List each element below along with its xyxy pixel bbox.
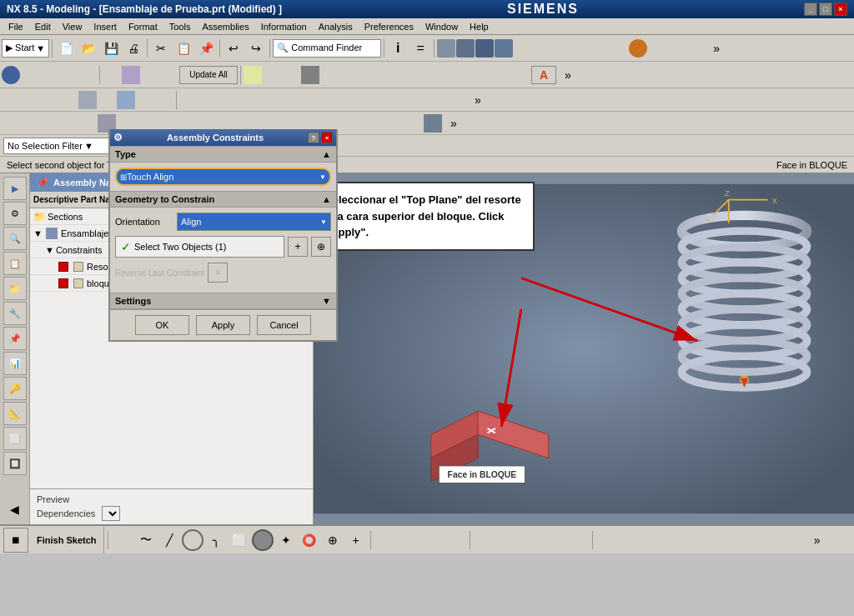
btm-btn-13[interactable]: [398, 529, 419, 551]
btm-btn-8[interactable]: ✦: [275, 529, 297, 551]
t2-btn-11[interactable]: [263, 66, 281, 84]
t2-btn-18[interactable]: [397, 66, 415, 84]
btm-btn-11[interactable]: +: [345, 529, 367, 551]
t3-btn-23[interactable]: [429, 91, 447, 109]
btm-btn-17[interactable]: [497, 529, 519, 551]
open-btn[interactable]: 📂: [78, 38, 99, 59]
finish-sketch-label[interactable]: Finish Sketch: [30, 526, 104, 553]
t2-btn-1[interactable]: [2, 66, 20, 84]
t3-btn-2[interactable]: [21, 91, 39, 109]
tb-btn-11[interactable]: [629, 39, 647, 58]
t2-btn-22[interactable]: [474, 66, 492, 84]
btm-btn-22[interactable]: [620, 529, 641, 551]
tb-btn-14[interactable]: [686, 39, 705, 58]
menu-format[interactable]: Format: [123, 20, 163, 33]
cut-btn[interactable]: ✂: [150, 38, 172, 59]
t2-btn-2[interactable]: [21, 66, 39, 84]
start-dropdown[interactable]: ▶ Start ▼: [2, 39, 49, 58]
cancel-button[interactable]: Cancel: [257, 315, 311, 335]
tb-btn-12[interactable]: [648, 39, 666, 58]
t3-btn-22[interactable]: [409, 91, 428, 109]
t3-btn-20[interactable]: [371, 91, 389, 109]
btm-btn-26[interactable]: [713, 529, 735, 551]
t2-btn-24[interactable]: [512, 66, 530, 84]
sel-btn-8[interactable]: [378, 138, 396, 154]
sidebar-btn-5[interactable]: 📁: [3, 277, 27, 300]
sidebar-scroll[interactable]: ◀: [3, 498, 27, 521]
tb-btn-4[interactable]: [495, 39, 513, 58]
menu-assemblies[interactable]: Assemblies: [197, 20, 254, 33]
btm-btn-9[interactable]: ⭕: [299, 529, 320, 551]
sel-btn-11[interactable]: [443, 138, 461, 154]
maximize-button[interactable]: □: [819, 3, 832, 16]
btm-btn-5[interactable]: ╮: [205, 529, 227, 551]
t3-btn-8[interactable]: [136, 91, 154, 109]
t4-btn-20[interactable]: [366, 114, 384, 133]
btm-btn-16[interactable]: [474, 529, 495, 551]
t4-btn-2[interactable]: [21, 114, 39, 133]
btm-btn-24[interactable]: [666, 529, 688, 551]
t2-btn-16[interactable]: [359, 66, 377, 84]
t2-btn-20[interactable]: [435, 66, 454, 84]
t4-btn-4[interactable]: [59, 114, 78, 133]
t3-btn-12[interactable]: [218, 91, 236, 109]
t3-btn-11[interactable]: [198, 91, 217, 109]
sel-btn-7[interactable]: [356, 138, 374, 154]
info-btn[interactable]: i: [387, 38, 409, 59]
reverse-btn[interactable]: ×: [208, 263, 228, 283]
tb-btn-7[interactable]: [552, 39, 570, 58]
close-button[interactable]: ×: [834, 3, 847, 16]
t3-btn-14[interactable]: [256, 91, 274, 109]
sel-btn-13[interactable]: [486, 138, 505, 154]
sidebar-btn-3[interactable]: 🔍: [3, 227, 27, 250]
print-btn[interactable]: 🖨: [123, 38, 144, 59]
btm-btn-20[interactable]: [567, 529, 589, 551]
preview-link[interactable]: Preview: [33, 493, 309, 506]
tb-btn-9[interactable]: [590, 39, 609, 58]
t4-btn-1[interactable]: [2, 114, 20, 133]
t4-more[interactable]: »: [443, 113, 465, 134]
btm-btn-28[interactable]: [760, 529, 781, 551]
tb-more[interactable]: »: [706, 38, 727, 59]
tb-btn-8[interactable]: [571, 39, 590, 58]
sidebar-btn-7[interactable]: 📌: [3, 327, 27, 350]
t2-btn-23[interactable]: [493, 66, 511, 84]
sidebar-btn-11[interactable]: ⬜: [3, 427, 27, 450]
sel-btn-12[interactable]: [465, 138, 483, 154]
apply-button[interactable]: Apply: [196, 315, 250, 335]
window-controls[interactable]: _ □ ×: [804, 3, 847, 16]
update-all-btn[interactable]: Update All: [179, 66, 238, 84]
btm-btn-29[interactable]: [783, 529, 805, 551]
dependencies-select[interactable]: [102, 506, 120, 521]
t3-btn-21[interactable]: [390, 91, 409, 109]
copy-btn[interactable]: 📋: [173, 38, 194, 59]
t4-btn-23[interactable]: [424, 114, 442, 133]
t2-btn-13[interactable]: [301, 66, 319, 84]
btm-btn-3[interactable]: ╱: [158, 529, 180, 551]
tb-btn-2[interactable]: [456, 39, 475, 58]
btm-btn-27[interactable]: [736, 529, 758, 551]
select-objects-btn[interactable]: ✓ Select Two Objects (1): [115, 236, 284, 258]
menu-file[interactable]: File: [3, 20, 28, 33]
menu-analysis[interactable]: Analysis: [314, 20, 358, 33]
finish-sketch-icon[interactable]: ⏹: [3, 528, 28, 553]
sel-btn-15[interactable]: [530, 138, 548, 154]
t2-btn-25[interactable]: A: [531, 66, 556, 84]
btm-btn-7[interactable]: [252, 529, 274, 551]
btm-btn-1[interactable]: [112, 529, 133, 551]
t3-btn-19[interactable]: [352, 91, 370, 109]
paste-btn[interactable]: 📌: [195, 38, 217, 59]
sidebar-btn-8[interactable]: 📊: [3, 352, 27, 375]
tb-btn-3[interactable]: [475, 39, 494, 58]
t3-btn-1[interactable]: [2, 91, 20, 109]
t4-btn-19[interactable]: [347, 114, 365, 133]
btm-btn-15[interactable]: [445, 529, 466, 551]
sel-btn-14[interactable]: [508, 138, 526, 154]
sidebar-btn-6[interactable]: 🔧: [3, 302, 27, 325]
minimize-button[interactable]: _: [804, 3, 817, 16]
menu-window[interactable]: Window: [420, 20, 463, 33]
t2-btn-19[interactable]: [416, 66, 435, 84]
t2-btn-14[interactable]: [320, 66, 339, 84]
menu-information[interactable]: Information: [256, 20, 312, 33]
dependencies-link[interactable]: Dependencies: [33, 507, 98, 520]
